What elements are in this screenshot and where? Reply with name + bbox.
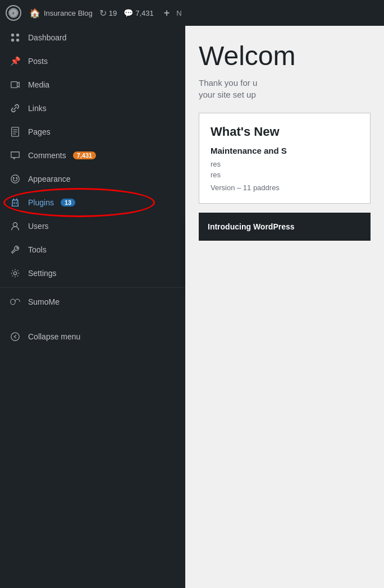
plugins-badge: 13: [61, 199, 75, 206]
svg-point-3: [16, 34, 19, 36]
sidebar-item-label-collapse: Collapse menu: [28, 332, 80, 341]
sidebar: Dashboard 📌 Posts Media Links Pages: [0, 26, 185, 588]
svg-point-14: [13, 272, 16, 274]
whats-new-card: What's New Maintenance and S res res Ver…: [199, 113, 371, 204]
content-inner: Welcom Thank you for u your site set up …: [185, 26, 384, 256]
refresh-count: 19: [109, 9, 117, 17]
sidebar-item-posts[interactable]: 📌 Posts: [0, 49, 185, 73]
wp-logo-circle: W: [6, 5, 21, 21]
welcome-subtext-2: your site set up: [199, 90, 371, 99]
main-layout: Dashboard 📌 Posts Media Links Pages: [0, 26, 384, 588]
sidebar-item-label-users: Users: [28, 222, 49, 231]
version-line: Version – 11 paddres: [211, 183, 359, 192]
sidebar-item-settings[interactable]: Settings: [0, 261, 185, 285]
posts-icon: 📌: [9, 55, 21, 67]
site-name: Insurance Blog: [44, 9, 93, 17]
sidebar-item-appearance[interactable]: Appearance: [0, 167, 185, 191]
sidebar-item-label-dashboard: Dashboard: [28, 33, 67, 42]
svg-point-2: [11, 34, 14, 36]
links-icon: [9, 102, 21, 114]
collapse-icon: [9, 330, 21, 343]
new-button[interactable]: +: [164, 7, 170, 19]
svg-point-13: [13, 223, 17, 227]
sidebar-item-label-settings: Settings: [28, 269, 57, 278]
sidebar-item-label-pages: Pages: [28, 127, 51, 136]
svg-point-11: [13, 177, 14, 178]
sidebar-item-label-tools: Tools: [28, 245, 47, 254]
appearance-icon: [9, 173, 21, 185]
comments-sidebar-icon: [9, 149, 21, 162]
admin-bar-refresh[interactable]: ↻ 19: [99, 8, 117, 19]
sidebar-item-links[interactable]: Links: [0, 97, 185, 120]
users-icon: [9, 220, 21, 232]
sidebar-item-media[interactable]: Media: [0, 73, 185, 97]
dashboard-icon: [9, 31, 21, 44]
admin-bar-comments[interactable]: 💬 7,431: [124, 8, 154, 17]
svg-text:W: W: [11, 11, 16, 16]
content-area: Welcom Thank you for u your site set up …: [185, 26, 384, 588]
sumome-icon: [9, 296, 21, 308]
settings-icon: [9, 267, 21, 279]
pages-icon: [9, 126, 21, 138]
plugins-highlight-circle: [3, 188, 155, 217]
comments-badge: 7,431: [73, 151, 97, 159]
whats-new-title: What's New: [211, 125, 359, 139]
refresh-icon: ↻: [99, 8, 107, 19]
sidebar-item-label-plugins: Plugins: [28, 198, 54, 207]
sidebar-item-sumome[interactable]: SumoMe: [0, 290, 185, 314]
maintenance-text: Maintenance and S: [211, 146, 359, 155]
sidebar-item-label-sumome: SumoMe: [28, 297, 60, 306]
sidebar-item-pages[interactable]: Pages: [0, 120, 185, 144]
new-label: N: [176, 9, 181, 17]
sidebar-item-tools[interactable]: Tools: [0, 238, 185, 261]
sidebar-item-users[interactable]: Users: [0, 214, 185, 238]
wp-logo[interactable]: W: [4, 4, 22, 22]
svg-rect-6: [11, 82, 17, 88]
sidebar-item-comments[interactable]: Comments 7,431: [0, 144, 185, 167]
sidebar-item-dashboard[interactable]: Dashboard: [0, 26, 185, 49]
comments-count: 7,431: [135, 9, 154, 17]
welcome-heading: Welcom: [199, 42, 371, 71]
content-line-2: res: [211, 171, 359, 179]
sidebar-item-label-posts: Posts: [28, 57, 48, 66]
sidebar-separator: [0, 287, 185, 288]
svg-point-4: [11, 39, 14, 42]
admin-bar: W 🏠 Insurance Blog ↻ 19 💬 7,431 + N: [0, 0, 384, 26]
sidebar-item-plugins[interactable]: Plugins 13: [0, 191, 185, 214]
sidebar-item-label-media: Media: [28, 80, 49, 89]
comment-icon: 💬: [124, 8, 133, 17]
admin-bar-site[interactable]: 🏠 Insurance Blog: [29, 8, 93, 19]
house-icon: 🏠: [29, 8, 40, 19]
wp-video-card: Introducing WordPress: [199, 213, 371, 241]
svg-point-12: [16, 177, 17, 178]
sidebar-item-label-appearance: Appearance: [28, 174, 71, 183]
tools-icon: [9, 244, 21, 256]
svg-point-15: [11, 333, 19, 341]
plugins-icon: [9, 196, 21, 209]
wp-video-label: Introducing WordPress: [208, 222, 295, 231]
sidebar-item-label-comments: Comments: [28, 151, 66, 160]
welcome-subtext-1: Thank you for u: [199, 78, 371, 88]
sidebar-item-label-links: Links: [28, 104, 47, 113]
svg-point-5: [16, 39, 19, 42]
content-line-1: res: [211, 160, 359, 168]
media-icon: [9, 79, 21, 91]
sidebar-item-collapse[interactable]: Collapse menu: [0, 325, 185, 348]
